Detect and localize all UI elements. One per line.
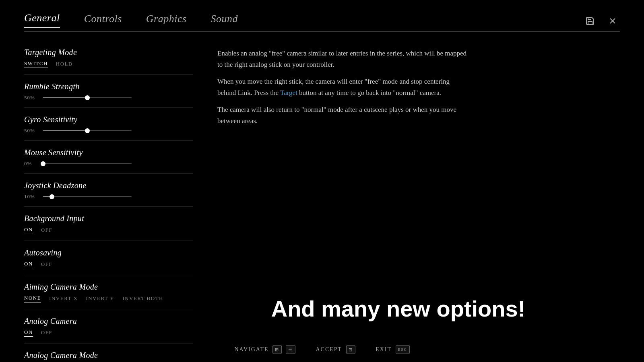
slider-thumb-gyro-sensitivity[interactable] <box>85 128 90 133</box>
setting-label-background-input: Background Input <box>24 214 193 223</box>
navigate-key-icon: ⊞ <box>272 345 282 354</box>
setting-label-analog-camera: Analog Camera <box>24 317 193 326</box>
option-on[interactable]: ON <box>24 329 33 337</box>
setting-item-aiming-camera-mode[interactable]: Aiming Camera ModeNONEINVERT XINVERT YIN… <box>24 275 193 309</box>
setting-options-targeting-mode: SWITCHHOLD <box>24 60 193 68</box>
slider-track-gyro-sensitivity[interactable] <box>43 130 132 131</box>
exit-label: EXIT <box>376 346 392 353</box>
option-invert-x[interactable]: INVERT X <box>49 295 78 302</box>
tab-actions <box>583 14 620 28</box>
slider-gyro-sensitivity[interactable]: 50% <box>24 128 193 134</box>
description-panel: Enables an analog "free" camera similar … <box>217 44 620 362</box>
option-switch[interactable]: SWITCH <box>24 60 48 68</box>
setting-label-targeting-mode: Targeting Mode <box>24 48 193 57</box>
slider-thumb-mouse-sensitivity[interactable] <box>41 161 45 166</box>
option-off[interactable]: OFF <box>41 261 52 268</box>
setting-item-gyro-sensitivity[interactable]: Gyro Sensitivity50% <box>24 108 193 141</box>
exit-action: EXIT ESC <box>376 345 409 354</box>
tab-graphics[interactable]: Graphics <box>146 13 187 28</box>
description-paragraph-0: Enables an analog "free" camera similar … <box>217 48 467 70</box>
description-paragraph-1: When you move the right stick, the camer… <box>217 76 467 99</box>
description-text: Enables an analog "free" camera similar … <box>217 48 467 127</box>
settings-container: General Controls Graphics Sound Ta <box>24 12 620 350</box>
option-hold[interactable]: HOLD <box>56 61 73 68</box>
option-off[interactable]: OFF <box>41 329 52 337</box>
navigate-key-icon2: ☰ <box>286 345 295 354</box>
slider-thumb-joystick-deadzone[interactable] <box>50 194 54 199</box>
setting-item-background-input[interactable]: Background InputONOFF <box>24 207 193 241</box>
save-button[interactable] <box>583 14 597 28</box>
slider-track-mouse-sensitivity[interactable] <box>43 163 132 164</box>
accept-action: ACCEPT ⊡ <box>316 345 355 354</box>
slider-track-joystick-deadzone[interactable] <box>43 196 132 197</box>
slider-value-rumble-strength: 50% <box>24 95 38 101</box>
option-invert-both[interactable]: INVERT BOTH <box>122 295 163 302</box>
setting-label-mouse-sensitivity: Mouse Sensitivity <box>24 148 193 157</box>
setting-item-targeting-mode[interactable]: Targeting ModeSWITCHHOLD <box>24 44 193 75</box>
option-off[interactable]: OFF <box>41 227 52 234</box>
setting-options-background-input: ONOFF <box>24 226 193 234</box>
settings-list: Targeting ModeSWITCHHOLDRumble Strength5… <box>24 44 193 362</box>
main-content: Targeting ModeSWITCHHOLDRumble Strength5… <box>24 44 620 362</box>
option-on[interactable]: ON <box>24 226 33 234</box>
tab-sound[interactable]: Sound <box>211 13 238 28</box>
setting-item-mouse-sensitivity[interactable]: Mouse Sensitivity0% <box>24 141 193 174</box>
setting-item-joystick-deadzone[interactable]: Joystick Deadzone10% <box>24 174 193 207</box>
slider-joystick-deadzone[interactable]: 10% <box>24 193 193 200</box>
setting-label-aiming-camera-mode: Aiming Camera Mode <box>24 282 193 292</box>
option-none[interactable]: NONE <box>24 295 41 302</box>
slider-track-rumble-strength[interactable] <box>43 97 132 98</box>
setting-item-rumble-strength[interactable]: Rumble Strength50% <box>24 75 193 108</box>
description-paragraph-2: The camera will also return to "normal" … <box>217 104 467 127</box>
slider-value-mouse-sensitivity: 0% <box>24 160 38 167</box>
slider-mouse-sensitivity[interactable]: 0% <box>24 160 193 167</box>
slider-thumb-rumble-strength[interactable] <box>85 95 90 100</box>
setting-item-analog-camera[interactable]: Analog CameraONOFF <box>24 309 193 343</box>
exit-key-icon: ESC <box>396 345 410 354</box>
close-button[interactable] <box>605 14 620 28</box>
setting-label-gyro-sensitivity: Gyro Sensitivity <box>24 115 193 124</box>
tab-general[interactable]: General <box>24 12 60 28</box>
tab-controls[interactable]: Controls <box>84 13 122 28</box>
accept-key-icon: ⊡ <box>346 345 355 354</box>
setting-options-analog-camera: ONOFF <box>24 329 193 337</box>
setting-label-rumble-strength: Rumble Strength <box>24 82 193 91</box>
navigate-action: NAVIGATE ⊞ ☰ <box>234 345 295 354</box>
setting-label-autosaving: Autosaving <box>24 248 193 257</box>
highlight-word: Target <box>280 89 297 97</box>
navigate-label: NAVIGATE <box>234 346 268 353</box>
accept-label: ACCEPT <box>316 346 342 353</box>
setting-label-joystick-deadzone: Joystick Deadzone <box>24 181 193 190</box>
tab-bar: General Controls Graphics Sound <box>24 12 620 32</box>
slider-rumble-strength[interactable]: 50% <box>24 95 193 101</box>
slider-value-joystick-deadzone: 10% <box>24 193 38 200</box>
slider-value-gyro-sensitivity: 50% <box>24 128 38 134</box>
option-on[interactable]: ON <box>24 261 33 268</box>
setting-options-autosaving: ONOFF <box>24 261 193 268</box>
setting-item-autosaving[interactable]: AutosavingONOFF <box>24 241 193 275</box>
setting-options-aiming-camera-mode: NONEINVERT XINVERT YINVERT BOTH <box>24 295 193 302</box>
option-invert-y[interactable]: INVERT Y <box>86 295 114 302</box>
bottom-bar: NAVIGATE ⊞ ☰ ACCEPT ⊡ EXIT ESC <box>0 345 644 354</box>
